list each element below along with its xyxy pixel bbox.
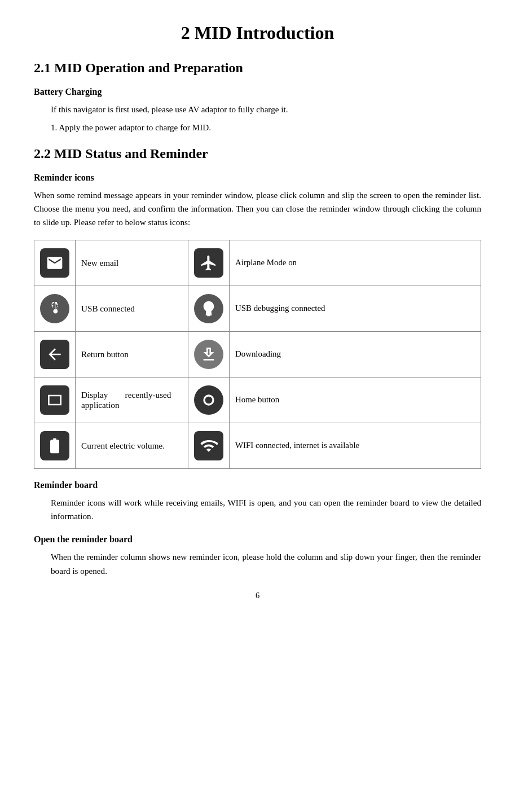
reminder-icons-para: When some remind message appears in your… [34,188,481,230]
airplane-icon-cell [188,240,230,286]
usb-connected-label: USB connected [76,286,188,331]
email-icon [40,248,69,278]
reminder-icons-heading: Reminder icons [34,173,481,183]
battery-charging-heading: Battery Charging [34,87,481,97]
battery-para1: If this navigator is first used, please … [51,103,481,116]
usb-debug-label: USB debugging connected [230,286,481,331]
return-icon-cell [34,331,76,377]
downloading-label: Downloading [230,331,481,377]
table-row: Return button Downloading [34,331,481,377]
new-email-icon-cell [34,240,76,286]
downloading-icon-cell [188,331,230,377]
wifi-icon-cell [188,423,230,468]
page-number: 6 [34,589,481,602]
downloading-icon [194,340,223,369]
reminder-board-para: Reminder icons will work while receiving… [51,496,481,524]
battery-label: Current electric volume. [76,423,188,468]
new-email-label: New email [76,240,188,286]
table-row: USB connected USB debugging connected [34,286,481,331]
usb-icon [40,294,69,323]
battery-icon [40,431,69,460]
reminder-board-heading: Reminder board [34,480,481,490]
display-icon [40,385,69,415]
wifi-label: WIFI connected, internet is available [230,423,481,468]
home-label: Home button [230,377,481,423]
usb-icon-cell [34,286,76,331]
section2-heading: 2.2 MID Status and Reminder [34,146,481,161]
display-icon-cell [34,377,76,423]
section1-heading: 2.1 MID Operation and Preparation [34,60,481,76]
svg-point-0 [204,396,213,405]
return-label: Return button [76,331,188,377]
wifi-icon [194,431,223,460]
return-icon [40,340,69,369]
airplane-icon [194,248,223,278]
airplane-label: Airplane Mode on [230,240,481,286]
battery-para2: 1. Apply the power adaptor to charge for… [51,121,481,134]
home-icon [194,385,223,415]
status-icons-table: New email Airplane Mode on USB connected… [34,240,481,469]
battery-icon-cell [34,423,76,468]
usb-debug-icon-cell [188,286,230,331]
table-row: Display recently-usedapplication Home bu… [34,377,481,423]
open-reminder-heading: Open the reminder board [34,534,481,545]
home-icon-cell [188,377,230,423]
page-title: 2 MID Introduction [34,23,481,43]
table-row: Current electric volume. WIFI connected,… [34,423,481,468]
usb-debug-icon [194,294,223,323]
table-row: New email Airplane Mode on [34,240,481,286]
open-reminder-para: When the reminder column shows new remin… [51,550,481,578]
display-label: Display recently-usedapplication [76,377,188,423]
